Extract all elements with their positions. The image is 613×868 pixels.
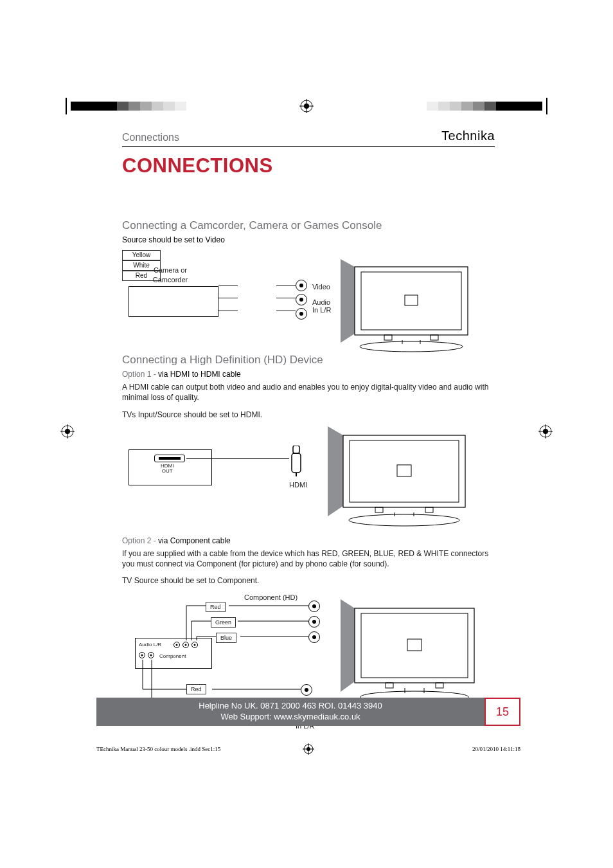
section1-heading: Connecting a Camcorder, Camera or Games … <box>122 219 495 233</box>
svg-rect-21 <box>293 446 299 453</box>
registration-mark-icon <box>299 99 314 113</box>
audio-port-red-icon <box>296 308 307 320</box>
brand-logo: Technika <box>441 129 495 143</box>
svg-rect-14 <box>361 272 461 330</box>
registration-mark-right-icon <box>538 424 553 439</box>
opt1-text: via HDMI to HDMI cable <box>158 370 241 379</box>
print-footer-right: 20/01/2010 14:11:18 <box>472 746 520 752</box>
diagram-hdmi: HDMIOUT HDMI <box>122 426 495 536</box>
opt2-paragraph: If you are supplied with a cable from th… <box>122 548 495 569</box>
opt2-source: TV Source should be set to Component. <box>122 575 495 586</box>
component-port-red-icon <box>308 601 320 612</box>
opt2-text: via Component cable <box>158 536 231 545</box>
tv-icon <box>341 259 475 356</box>
red-label-2: Red <box>186 684 206 694</box>
hdmi-slot-icon <box>154 455 185 462</box>
header-section: Connections <box>122 132 179 143</box>
cable-yellow-label: Yellow <box>122 250 161 260</box>
svg-rect-40 <box>361 613 468 678</box>
page-title: CONNECTIONS <box>122 154 273 177</box>
svg-marker-12 <box>341 259 355 343</box>
opt1-paragraph: A HDMI cable can output both video and a… <box>122 382 495 402</box>
svg-rect-43 <box>436 683 443 688</box>
svg-rect-29 <box>425 507 433 512</box>
opt1-source: TVs Input/Source should be set to HDMI. <box>122 410 495 420</box>
crop-marks-top <box>0 102 613 121</box>
registration-mark-left-icon <box>60 424 75 439</box>
svg-rect-16 <box>384 335 392 340</box>
svg-rect-42 <box>386 683 393 688</box>
footer-bar: Helpline No UK. 0871 2000 463 ROI. 01443… <box>96 698 520 726</box>
option2-line: Option 2 - via Component cable <box>122 536 495 546</box>
opt1-label: Option 1 - <box>122 370 158 379</box>
svg-rect-26 <box>350 440 459 502</box>
hdmi-label: HDMI <box>289 480 307 490</box>
component-port-blue-icon <box>308 631 320 643</box>
svg-rect-15 <box>405 295 418 305</box>
audio-port-label2: In L/R <box>312 305 331 315</box>
opt2-label: Option 2 - <box>122 536 158 545</box>
hdmi-plug-icon <box>289 446 303 479</box>
print-footer: TEchnika Manual 23-50 colour models .ind… <box>96 746 520 752</box>
video-port-label: Video <box>312 282 330 292</box>
svg-rect-39 <box>355 608 474 683</box>
content-area: Connecting a Camcorder, Camera or Games … <box>122 219 495 734</box>
svg-rect-41 <box>407 639 422 651</box>
svg-rect-13 <box>355 267 468 335</box>
diagram-camcorder: Camera or Camcorder Yellow White Red Vid… <box>122 250 495 353</box>
svg-point-18 <box>360 341 463 352</box>
camera-label: Camera or Camcorder <box>141 266 199 285</box>
component-port-green-icon <box>308 616 320 628</box>
svg-marker-38 <box>341 599 355 692</box>
video-port-icon <box>296 280 307 291</box>
hdmi-out-label: HDMIOUT <box>161 464 173 474</box>
print-footer-left: TEchnika Manual 23-50 colour models .ind… <box>96 746 220 752</box>
tv-icon-2 <box>328 426 475 529</box>
svg-point-30 <box>349 514 459 526</box>
svg-rect-22 <box>292 453 301 473</box>
svg-rect-17 <box>431 335 438 340</box>
page-number: 15 <box>484 698 520 726</box>
tv-icon-3 <box>341 599 482 709</box>
svg-rect-25 <box>343 435 465 507</box>
option1-line: Option 1 - via HDMI to HDMI cable <box>122 369 495 379</box>
page-header: Connections Technika <box>122 129 495 147</box>
svg-rect-27 <box>397 465 411 476</box>
audio-port-white-icon <box>296 294 307 305</box>
svg-rect-28 <box>375 507 383 512</box>
camera-box-icon <box>129 286 218 317</box>
audio-port-red-icon <box>301 684 312 696</box>
footer-text: Helpline No UK. 0871 2000 463 ROI. 01443… <box>96 701 484 723</box>
section1-sub: Source should be set to Video <box>122 235 495 245</box>
registration-mark-bottom-icon <box>303 743 314 755</box>
svg-marker-24 <box>328 426 343 516</box>
